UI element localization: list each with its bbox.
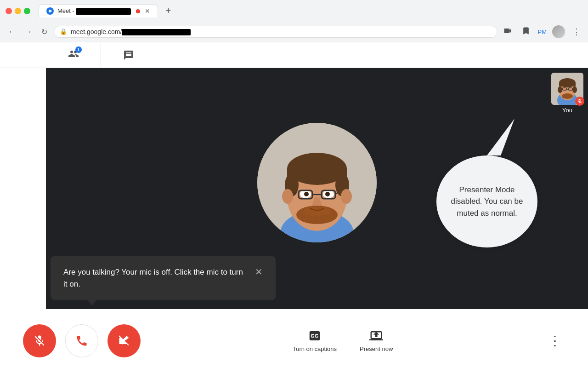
svg-point-8: [282, 189, 293, 204]
svg-point-28: [572, 86, 577, 93]
camera-off-icon: [118, 334, 130, 347]
hangup-button[interactable]: [65, 324, 98, 357]
browser-more-button[interactable]: ⋮: [571, 25, 582, 39]
avatar-image: [552, 25, 565, 38]
chat-button[interactable]: [101, 42, 156, 68]
speech-bubble: Presenter Mode disabled. You can be mute…: [436, 155, 537, 247]
participants-count: 1: [75, 46, 82, 53]
meet-icon: [46, 7, 54, 15]
svg-point-27: [558, 86, 562, 93]
you-tile: You: [551, 73, 583, 114]
left-controls: [23, 324, 141, 357]
captions-icon: [308, 329, 322, 343]
center-controls: Turn on captions Present now: [293, 329, 393, 352]
participant-avatar: [257, 123, 377, 242]
present-icon: [369, 329, 383, 343]
muted-mic-icon: [577, 98, 582, 104]
speech-bubble-arrow-svg: [478, 119, 524, 165]
browser-chrome: Meet - ⏺ ✕ + ← → ↻ 🔒 meet.google.com/ P: [0, 0, 588, 42]
captions-label: Turn on captions: [293, 345, 337, 352]
svg-rect-26: [559, 83, 576, 86]
muted-mic-badge: [575, 97, 584, 106]
tab-title: Meet -: [57, 7, 131, 15]
chat-icon: [123, 50, 134, 61]
address-bar[interactable]: 🔒 meet.google.com/: [54, 26, 498, 38]
controls-bar: Turn on captions Present now ⋮: [0, 313, 588, 368]
svg-point-20: [303, 207, 331, 216]
camera-nav-button[interactable]: [501, 24, 514, 39]
back-button[interactable]: ←: [6, 26, 18, 38]
address-text: meet.google.com/: [71, 28, 492, 35]
speech-bubble-container: Presenter Mode disabled. You can be mute…: [436, 155, 537, 247]
mute-icon: [33, 334, 46, 347]
toast-close-button[interactable]: ✕: [255, 266, 263, 277]
profile-initial[interactable]: PM: [538, 29, 547, 35]
nav-bar: ← → ↻ 🔒 meet.google.com/ PM ⋮: [0, 22, 588, 42]
more-options-button[interactable]: ⋮: [545, 329, 565, 352]
hangup-icon: [75, 334, 88, 347]
mute-button[interactable]: [23, 324, 56, 357]
title-bar: Meet - ⏺ ✕ +: [0, 0, 588, 22]
mic-notification-toast: Are you talking? Your mic is off. Click …: [51, 256, 276, 300]
profile-avatar[interactable]: [552, 25, 565, 38]
new-tab-button[interactable]: +: [162, 4, 175, 18]
camera-button[interactable]: [107, 324, 141, 357]
forward-button[interactable]: →: [22, 26, 35, 38]
speech-bubble-text: Presenter Mode disabled. You can be mute…: [436, 175, 537, 229]
participant-container: [257, 123, 377, 242]
record-indicator: ⏺: [135, 7, 141, 15]
reload-button[interactable]: ↻: [39, 26, 50, 38]
avatar-svg: [257, 123, 377, 242]
tab-close-button[interactable]: ✕: [145, 7, 150, 15]
close-button[interactable]: [6, 8, 12, 14]
you-avatar-wrapper: [551, 73, 583, 105]
present-label: Present now: [360, 345, 393, 352]
svg-point-9: [341, 189, 352, 204]
svg-marker-33: [487, 119, 514, 155]
traffic-lights: [6, 8, 30, 14]
active-tab[interactable]: Meet - ⏺ ✕: [39, 4, 158, 17]
minimize-button[interactable]: [15, 8, 21, 14]
tab-bar: Meet - ⏺ ✕ +: [39, 4, 582, 18]
lock-icon: 🔒: [60, 28, 67, 35]
svg-point-17: [304, 192, 309, 196]
present-button[interactable]: Present now: [360, 329, 393, 352]
meet-toolbar: 1: [0, 42, 588, 68]
svg-point-32: [562, 93, 573, 99]
bookmark-button[interactable]: [520, 24, 532, 39]
right-controls: ⋮: [545, 329, 565, 352]
maximize-button[interactable]: [24, 8, 30, 14]
participants-icon: 1: [68, 48, 79, 62]
svg-point-18: [325, 192, 330, 196]
you-label: You: [562, 107, 572, 114]
toast-message: Are you talking? Your mic is off. Click …: [63, 266, 248, 290]
nav-actions: PM ⋮: [501, 24, 583, 39]
captions-button[interactable]: Turn on captions: [293, 329, 337, 352]
main-video-area: You Presenter Mode disabled. You can be …: [46, 68, 588, 309]
toast-arrow: [87, 300, 96, 305]
participants-button[interactable]: 1: [46, 42, 101, 68]
